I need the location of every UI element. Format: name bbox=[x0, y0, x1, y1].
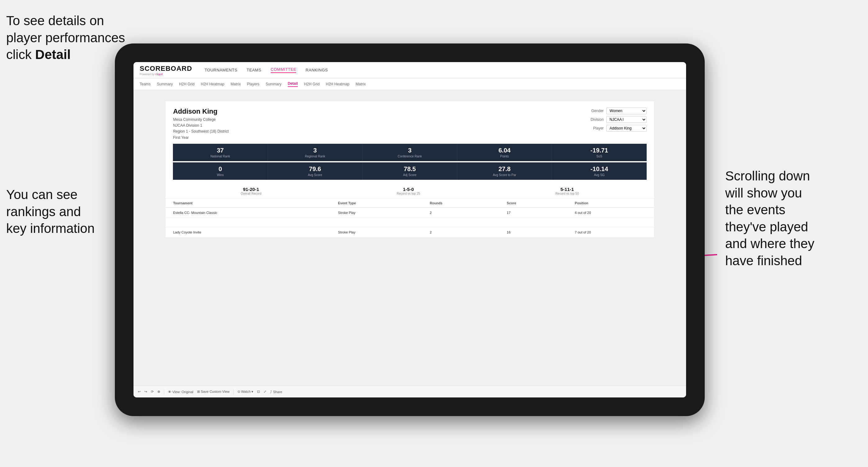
record-overall-value: 91-20-1 bbox=[241, 187, 261, 192]
toolbar-view-original[interactable]: 👁 View: Original bbox=[168, 390, 193, 394]
stat-value-wins: 0 bbox=[176, 165, 265, 173]
stat-conference-rank: 3 Conference Rank bbox=[363, 144, 457, 161]
td-tournament-2: Lady Coyote Invite bbox=[165, 227, 330, 237]
main-content: Addison King Mesa Community College NJCA… bbox=[133, 90, 686, 386]
td-position-2: 7 out of 20 bbox=[567, 227, 654, 237]
toolbar-share[interactable]: ⤴ Share bbox=[270, 390, 282, 394]
stats-row-1: 37 National Rank 3 Regional Rank 3 Confe… bbox=[173, 144, 646, 161]
subnav-matrix[interactable]: Matrix bbox=[231, 82, 241, 86]
stat-value-avg-score-to-par: 27.8 bbox=[460, 165, 549, 173]
logo-powered: Powered by clippd bbox=[140, 73, 192, 76]
stats-row-2: 0 Wins 79.6 Avg Score 78.5 Adj Score 2 bbox=[173, 162, 646, 180]
subnav-detail[interactable]: Detail bbox=[288, 81, 298, 87]
td-score-2: 16 bbox=[499, 227, 567, 237]
stat-value-conference-rank: 3 bbox=[365, 147, 455, 154]
logo-area: SCOREBOARD Powered by clippd bbox=[140, 65, 192, 76]
nav-teams[interactable]: TEAMS bbox=[247, 68, 261, 72]
division-select[interactable]: NJCAA I bbox=[606, 116, 647, 123]
stat-value-avg-score: 79.6 bbox=[270, 165, 360, 173]
th-position: Position bbox=[567, 199, 654, 208]
table-header-row: Tournament Event Type Rounds Score Posit… bbox=[165, 199, 654, 208]
stat-value-avg-sg: -10.14 bbox=[554, 165, 644, 173]
toolbar-refresh[interactable]: ⟳ bbox=[151, 390, 154, 394]
td-event-type-2: Stroke Play bbox=[331, 227, 422, 237]
stat-value-adj-score: 78.5 bbox=[365, 165, 455, 173]
toolbar-redo[interactable]: ↪ bbox=[144, 390, 147, 394]
subnav-h2h-grid[interactable]: H2H Grid bbox=[179, 82, 195, 86]
gender-select[interactable]: Women Men bbox=[606, 107, 647, 114]
toolbar-separator-1 bbox=[164, 389, 164, 395]
division-control-row: Division NJCAA I bbox=[587, 116, 647, 123]
gender-control-row: Gender Women Men bbox=[587, 107, 647, 114]
subnav-h2h-grid2[interactable]: H2H Grid bbox=[304, 82, 319, 86]
nav-rankings[interactable]: RANKINGS bbox=[306, 68, 328, 72]
player-control-row: Player Addison King bbox=[587, 125, 647, 132]
toolbar-save-custom-view[interactable]: ⊞ Save Custom View bbox=[197, 390, 230, 394]
stat-avg-sg: -10.14 Avg SG bbox=[552, 162, 646, 180]
stat-wins: 0 Wins bbox=[173, 162, 268, 180]
stat-label-sos: SoS bbox=[554, 155, 644, 158]
player-region: Region 1 - Southwest (18) District bbox=[173, 129, 228, 134]
annotation-bottom-left: You can see rankings and key information bbox=[6, 186, 124, 237]
stat-label-wins: Wins bbox=[176, 173, 265, 177]
player-select[interactable]: Addison King bbox=[606, 125, 647, 132]
gender-label: Gender bbox=[587, 109, 604, 113]
toolbar-undo[interactable]: ↩ bbox=[138, 390, 141, 394]
subnav-h2h-heatmap2[interactable]: H2H Heatmap bbox=[326, 82, 349, 86]
td-score-1: 17 bbox=[499, 208, 567, 218]
division-label: Division bbox=[587, 117, 604, 122]
subnav-h2h-heatmap[interactable]: H2H Heatmap bbox=[201, 82, 224, 86]
td-event-type-1: Stroke Play bbox=[331, 208, 422, 218]
record-overall-label: Overall Record bbox=[241, 192, 261, 195]
stat-label-points: Points bbox=[460, 155, 549, 158]
nav-committee[interactable]: COMMITTEE bbox=[271, 67, 297, 73]
logo-scoreboard: SCOREBOARD bbox=[140, 65, 192, 73]
record-top25-label: Record vs top 25 bbox=[397, 192, 420, 195]
toolbar-layout[interactable]: ⊡ bbox=[257, 390, 260, 394]
stat-avg-score: 79.6 Avg Score bbox=[268, 162, 363, 180]
player-info: Addison King Mesa Community College NJCA… bbox=[173, 107, 228, 141]
player-college: Mesa Community College bbox=[173, 117, 228, 123]
stat-label-avg-score: Avg Score bbox=[270, 173, 360, 177]
tablet-frame: SCOREBOARD Powered by clippd TOURNAMENTS… bbox=[115, 43, 705, 416]
toolbar-watch[interactable]: ⊙ Watch ▾ bbox=[238, 390, 254, 394]
record-top50: 5-11-1 Record vs top 50 bbox=[555, 187, 579, 195]
th-event-type: Event Type bbox=[331, 199, 422, 208]
top-nav-items: TOURNAMENTS TEAMS COMMITTEE RANKINGS bbox=[205, 67, 328, 73]
td-rounds-1: 2 bbox=[422, 208, 499, 218]
subnav-teams[interactable]: Teams bbox=[140, 82, 151, 86]
stat-value-national-rank: 37 bbox=[176, 147, 265, 154]
th-rounds: Rounds bbox=[422, 199, 499, 208]
stat-label-adj-score: Adj Score bbox=[365, 173, 455, 177]
td-rounds-2: 2 bbox=[422, 227, 499, 237]
events-table: Tournament Event Type Rounds Score Posit… bbox=[165, 199, 654, 238]
player-header: Addison King Mesa Community College NJCA… bbox=[165, 101, 654, 144]
th-score: Score bbox=[499, 199, 567, 208]
record-top25: 1-5-0 Record vs top 25 bbox=[397, 187, 420, 195]
toolbar-separator-2 bbox=[234, 389, 234, 395]
toolbar-expand[interactable]: ⤢ bbox=[264, 390, 266, 394]
player-label: Player bbox=[587, 126, 604, 130]
subnav-players[interactable]: Players bbox=[247, 82, 259, 86]
subnav-summary[interactable]: Summary bbox=[157, 82, 173, 86]
stat-points: 6.04 Points bbox=[457, 144, 552, 161]
stat-label-avg-score-to-par: Avg Score to Par bbox=[460, 173, 549, 177]
top-nav: SCOREBOARD Powered by clippd TOURNAMENTS… bbox=[133, 62, 686, 78]
table-row-2: Lady Coyote Invite Stroke Play 2 16 7 ou… bbox=[165, 227, 654, 237]
record-top50-label: Record vs top 50 bbox=[555, 192, 579, 195]
bottom-toolbar: ↩ ↪ ⟳ ⊕ 👁 View: Original ⊞ Save Custom V… bbox=[133, 386, 686, 398]
stat-sos: -19.71 SoS bbox=[552, 144, 646, 161]
subnav-matrix2[interactable]: Matrix bbox=[356, 82, 366, 86]
toolbar-zoom[interactable]: ⊕ bbox=[157, 390, 160, 394]
record-row: 91-20-1 Overall Record 1-5-0 Record vs t… bbox=[165, 184, 654, 199]
nav-tournaments[interactable]: TOURNAMENTS bbox=[205, 68, 238, 72]
stat-adj-score: 78.5 Adj Score bbox=[363, 162, 457, 180]
stat-label-regional-rank: Regional Rank bbox=[270, 155, 360, 158]
subnav-summary2[interactable]: Summary bbox=[266, 82, 281, 86]
sub-nav: Teams Summary H2H Grid H2H Heatmap Matri… bbox=[133, 78, 686, 90]
tablet-screen: SCOREBOARD Powered by clippd TOURNAMENTS… bbox=[133, 62, 686, 398]
stat-avg-score-to-par: 27.8 Avg Score to Par bbox=[457, 162, 552, 180]
record-overall: 91-20-1 Overall Record bbox=[241, 187, 261, 195]
table-row-empty bbox=[165, 218, 654, 227]
stat-label-conference-rank: Conference Rank bbox=[365, 155, 455, 158]
